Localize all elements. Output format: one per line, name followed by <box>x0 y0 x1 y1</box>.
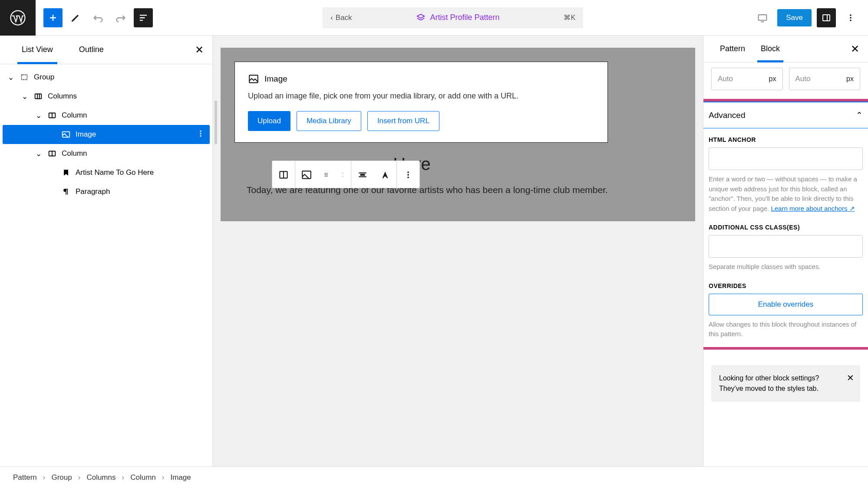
block-options-button[interactable] <box>397 161 419 189</box>
svg-point-32 <box>407 177 409 178</box>
breadcrumb-item[interactable]: Columns <box>86 473 116 482</box>
right-sidebar-tabs: Pattern Block ✕ <box>703 36 868 62</box>
plus-icon <box>48 13 58 23</box>
back-button[interactable]: ‹ Back <box>330 13 352 22</box>
advanced-panel-body: HTML ANCHOR Enter a word or two — withou… <box>703 128 868 347</box>
redo-button[interactable] <box>111 8 130 27</box>
column-icon <box>278 169 289 180</box>
anchor-help-link[interactable]: Learn more about anchors ↗ <box>771 205 855 212</box>
anchor-label: HTML ANCHOR <box>709 136 863 143</box>
sidebar-icon <box>821 13 832 23</box>
list-icon <box>137 12 149 24</box>
tab-list-view[interactable]: List View <box>9 36 66 64</box>
svg-point-0 <box>11 10 25 25</box>
image-icon <box>248 73 259 85</box>
document-title[interactable]: Artist Profile Pattern <box>352 13 564 23</box>
tree-item-image[interactable]: Image <box>3 125 210 144</box>
chevron-up-icon: ⌃ <box>856 110 863 120</box>
resize-handle[interactable] <box>215 101 217 144</box>
breadcrumb-item[interactable]: Pattern <box>13 473 37 482</box>
group-icon <box>19 72 30 82</box>
enable-overrides-button[interactable]: Enable overrides <box>709 294 863 315</box>
tree-item-paragraph[interactable]: Paragraph <box>3 182 210 201</box>
svg-point-24 <box>327 173 327 174</box>
more-options-button[interactable] <box>841 8 860 27</box>
dismiss-notice-button[interactable]: ✕ <box>847 371 854 384</box>
heading-icon <box>61 167 71 178</box>
advanced-panel-toggle[interactable]: Advanced ⌃ <box>703 102 868 128</box>
settings-panel-button[interactable] <box>817 8 836 27</box>
edit-mode-button[interactable] <box>66 8 85 27</box>
toolbar-center: ‹ Back Artist Profile Pattern ⌘K <box>153 7 753 28</box>
dots-vertical-icon <box>845 13 856 23</box>
breadcrumb-separator: › <box>78 473 81 482</box>
image-icon <box>301 169 312 180</box>
save-button[interactable]: Save <box>777 9 812 26</box>
chevron-down-icon[interactable]: ⌄ <box>21 92 29 101</box>
close-sidebar-button[interactable]: ✕ <box>195 44 204 56</box>
svg-point-4 <box>850 14 851 16</box>
tree-item-group[interactable]: ⌄Group <box>3 68 210 87</box>
align-icon <box>357 169 368 180</box>
image-placeholder[interactable]: Image Upload an image file, pick one fro… <box>234 62 608 143</box>
svg-point-6 <box>850 20 851 21</box>
block-tree: ⌄Group⌄Columns⌄ColumnImage⌄ColumnArtist … <box>0 64 212 205</box>
dots-vertical-icon <box>403 170 413 180</box>
upload-button[interactable]: Upload <box>248 111 290 131</box>
column-icon <box>47 110 57 121</box>
media-library-button[interactable]: Media Library <box>297 111 361 131</box>
svg-point-15 <box>200 133 201 134</box>
list-view-button[interactable] <box>134 8 153 27</box>
tab-outline[interactable]: Outline <box>66 36 117 64</box>
svg-point-31 <box>407 174 409 176</box>
settings-notice: Looking for other block settings? They'v… <box>711 365 860 402</box>
breadcrumb-bar: Pattern›Group›Columns›Column›Image <box>0 466 868 488</box>
canvas-content: Image Upload an image file, pick one fro… <box>221 48 695 221</box>
close-settings-button[interactable]: ✕ <box>851 43 859 55</box>
wordpress-logo[interactable] <box>0 0 36 36</box>
block-type-button[interactable] <box>295 161 318 189</box>
insert-url-button[interactable]: Insert from URL <box>367 111 439 131</box>
tree-item-artist-name-to-go-here[interactable]: Artist Name To Go Here <box>3 163 210 182</box>
chevron-down-icon[interactable]: ⌄ <box>35 111 43 120</box>
breadcrumb-item[interactable]: Column <box>130 473 156 482</box>
tree-item-options[interactable] <box>196 129 205 141</box>
tree-item-columns[interactable]: ⌄Columns <box>3 87 210 106</box>
view-button[interactable] <box>753 8 772 27</box>
tab-pattern[interactable]: Pattern <box>712 36 753 62</box>
svg-point-28 <box>327 176 327 177</box>
left-sidebar: List View Outline ✕ ⌄Group⌄Columns⌄Colum… <box>0 36 213 466</box>
move-button[interactable] <box>334 161 351 189</box>
placeholder-buttons: Upload Media Library Insert from URL <box>248 111 594 131</box>
width-input[interactable]: Autopx <box>711 68 783 90</box>
svg-point-30 <box>407 171 409 173</box>
drag-handle-button[interactable] <box>318 161 334 189</box>
undo-button[interactable] <box>89 8 108 27</box>
anchor-input[interactable] <box>709 147 863 170</box>
columns-icon <box>33 91 43 102</box>
svg-point-26 <box>327 174 327 175</box>
svg-rect-29 <box>360 174 365 176</box>
tree-item-column[interactable]: ⌄Column <box>3 144 210 163</box>
block-toolbar <box>272 160 420 188</box>
breadcrumb-item[interactable]: Image <box>170 473 191 482</box>
pencil-icon <box>69 12 82 24</box>
breadcrumb-item[interactable]: Group <box>51 473 72 482</box>
height-input[interactable]: Autopx <box>789 68 861 90</box>
css-input[interactable] <box>709 235 863 258</box>
text-overlay-button[interactable] <box>374 161 396 189</box>
chevron-down-icon[interactable]: ⌄ <box>7 73 15 82</box>
chevron-down-icon[interactable]: ⌄ <box>35 149 43 158</box>
tree-item-column[interactable]: ⌄Column <box>3 106 210 125</box>
tab-block[interactable]: Block <box>753 36 788 62</box>
placeholder-header: Image <box>248 73 594 85</box>
align-button[interactable] <box>351 161 374 189</box>
add-block-button[interactable] <box>43 8 63 27</box>
chevron-left-icon: ‹ <box>330 13 333 22</box>
breadcrumb-separator: › <box>122 473 125 482</box>
parent-block-button[interactable] <box>272 161 295 189</box>
editor-canvas: Image Upload an image file, pick one fro… <box>213 36 703 466</box>
toolbar-right: Save <box>753 8 868 27</box>
svg-point-16 <box>200 135 201 136</box>
settings-body: Autopx Autopx <box>703 62 868 99</box>
